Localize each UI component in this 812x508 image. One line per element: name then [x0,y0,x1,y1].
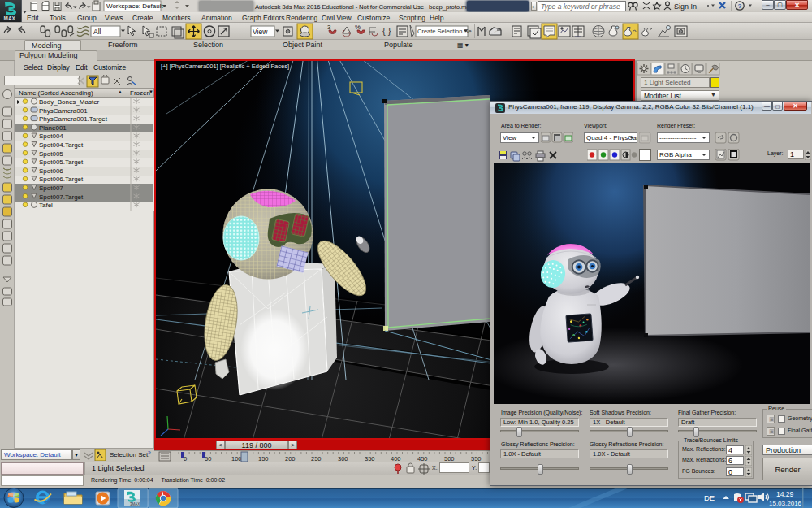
svg-text:3MAX: 3MAX [130,502,140,506]
svg-text:?: ? [738,2,742,10]
svg-text:Workspace: Default: Workspace: Default [106,2,163,10]
svg-text:DE: DE [704,493,715,502]
svg-text:Create Selection Se: Create Selection Se [417,28,472,35]
svg-text:All: All [93,28,102,36]
svg-text:{ }: { } [382,26,391,36]
svg-text:15.03.2016: 15.03.2016 [769,500,802,507]
svg-text:14:29: 14:29 [776,490,794,498]
svg-text:MAX: MAX [4,15,16,21]
svg-text:View: View [253,28,268,36]
svg-text:[+] [PhysCamera001] [Realistic: [+] [PhysCamera001] [Realistic + Edged F… [161,63,289,70]
svg-text:Sign In: Sign In [674,2,697,11]
